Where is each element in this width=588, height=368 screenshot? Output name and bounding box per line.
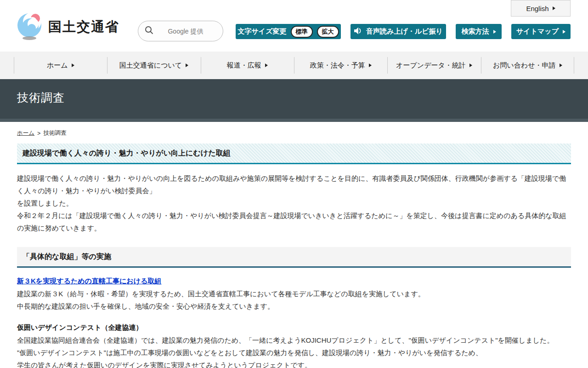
paragraph-line: 令和２年２月には「建設現場で働く人々の誇り・魅力・やりがい検討委員会提言～建設現… bbox=[17, 209, 571, 234]
nav-item-contact[interactable]: お問い合わせ・申請 bbox=[481, 52, 574, 79]
page: English 国土交通省 bbox=[0, 0, 588, 368]
paragraph-line: 中長期的な建設業の担い手を確保し、地域の安全・安心や経済を支えていきます。 bbox=[17, 300, 571, 312]
nav-item-label: 政策・法令・予算 bbox=[310, 61, 365, 70]
sitemap-button[interactable]: サイトマップ bbox=[511, 24, 571, 39]
arrow-right-icon bbox=[186, 63, 188, 67]
breadcrumb-separator: > bbox=[37, 130, 40, 137]
nav-item-label: オープンデータ・統計 bbox=[396, 61, 466, 70]
arrow-right-icon bbox=[469, 63, 472, 67]
tts-ruby-label: 音声読み上げ・ルビ振り bbox=[366, 27, 443, 36]
tts-ruby-button[interactable]: 音声読み上げ・ルビ振り bbox=[351, 24, 446, 39]
english-button[interactable]: English bbox=[511, 0, 571, 17]
search-icon bbox=[145, 26, 153, 36]
nav-item-policy[interactable]: 政策・法令・予算 bbox=[294, 52, 387, 79]
mlit-logo-icon bbox=[16, 12, 44, 42]
banner-strip bbox=[0, 119, 588, 122]
nav-item-label: 報道・広報 bbox=[227, 61, 261, 70]
contest-paragraph: 全国建設業協同組合連合会（全建協連）では、建設業の魅力発信のため、「一緒に考えよ… bbox=[17, 334, 571, 368]
site-header: English 国土交通省 bbox=[0, 0, 588, 52]
breadcrumb-current: 技術調査 bbox=[43, 129, 66, 137]
section1-paragraph: 建設現場で働く人々の誇り・魅力・やりがいの向上を図るための取組みや施策の展開等を… bbox=[17, 172, 571, 234]
logo-text: 国土交通省 bbox=[48, 18, 119, 36]
breadcrumb-home-link[interactable]: ホーム bbox=[17, 129, 34, 137]
english-button-label: English bbox=[526, 5, 548, 12]
paragraph-line: を設置しました。 bbox=[17, 197, 571, 209]
page-banner: 技術調査 bbox=[0, 79, 588, 122]
search-input[interactable] bbox=[158, 28, 213, 35]
new3k-paragraph: 建設業の新３K（給与・休暇・希望）を実現するため、国土交通省直轄工事において各種… bbox=[17, 288, 571, 312]
site-search[interactable] bbox=[138, 21, 223, 41]
nav-item-about[interactable]: 国土交通省について bbox=[107, 52, 200, 79]
nav-item-label: ホーム bbox=[47, 61, 68, 70]
font-size-large-button[interactable]: 拡大 bbox=[317, 26, 339, 38]
arrow-right-icon bbox=[369, 63, 372, 67]
sitemap-label: サイトマップ bbox=[516, 27, 559, 36]
contest-subheading: 仮囲いデザインコンテスト（全建協連） bbox=[17, 323, 571, 332]
section1-heading: 建設現場で働く人々の誇り・魅力・やりがい向上にむけた取組 bbox=[17, 144, 571, 164]
paragraph-line: 建設業の新３K（給与・休暇・希望）を実現するため、国土交通省直轄工事において各種… bbox=[17, 288, 571, 300]
arrow-right-icon bbox=[553, 6, 555, 10]
nav-item-label: お問い合わせ・申請 bbox=[493, 61, 555, 70]
arrow-right-icon bbox=[265, 63, 268, 67]
search-method-button[interactable]: 検索方法 bbox=[456, 24, 502, 39]
global-nav: ホーム 国土交通省について 報道・広報 政策・法令・予算 オープンデータ・統計 … bbox=[0, 52, 588, 79]
section2-heading: 「具体的な取組」等の実施 bbox=[17, 247, 571, 268]
search-method-label: 検索方法 bbox=[462, 27, 489, 36]
site-logo[interactable]: 国土交通省 bbox=[16, 12, 119, 42]
main-content: 建設現場で働く人々の誇り・魅力・やりがい向上にむけた取組 建設現場で働く人々の誇… bbox=[17, 144, 571, 368]
nav-item-home[interactable]: ホーム bbox=[14, 52, 107, 79]
arrow-right-icon bbox=[493, 30, 496, 34]
arrow-right-icon bbox=[560, 63, 562, 67]
paragraph-line: 建設現場で働く人々の誇り・魅力・やりがいの向上を図るための取組みや施策の展開等を… bbox=[17, 172, 571, 197]
nav-item-label: 国土交通省について bbox=[119, 61, 182, 70]
nav-item-press[interactable]: 報道・広報 bbox=[201, 52, 294, 79]
arrow-right-icon bbox=[563, 30, 565, 34]
speaker-icon bbox=[354, 27, 362, 36]
page-title: 技術調査 bbox=[17, 90, 65, 105]
font-size-label: 文字サイズ変更 bbox=[237, 27, 286, 36]
paragraph-line: "仮囲いデザインコンテスト"は施工中の工事現場の仮囲いなどをとおして建設業の魅力… bbox=[17, 346, 571, 359]
font-size-standard-button[interactable]: 標準 bbox=[291, 26, 313, 38]
paragraph-line: 学生の皆さんが考えた仮囲いのデザインを実際に実現させてみようというプロジェクトで… bbox=[17, 359, 571, 368]
breadcrumb: ホーム > 技術調査 bbox=[17, 129, 571, 137]
nav-item-opendata[interactable]: オープンデータ・統計 bbox=[387, 52, 481, 79]
arrow-right-icon bbox=[72, 63, 74, 67]
font-size-button[interactable]: 文字サイズ変更 標準 拡大 bbox=[236, 24, 341, 39]
paragraph-line: 全国建設業協同組合連合会（全建協連）では、建設業の魅力発信のため、「一緒に考えよ… bbox=[17, 334, 571, 346]
new3k-link[interactable]: 新３Kを実現するための直轄工事における取組 bbox=[17, 277, 161, 286]
